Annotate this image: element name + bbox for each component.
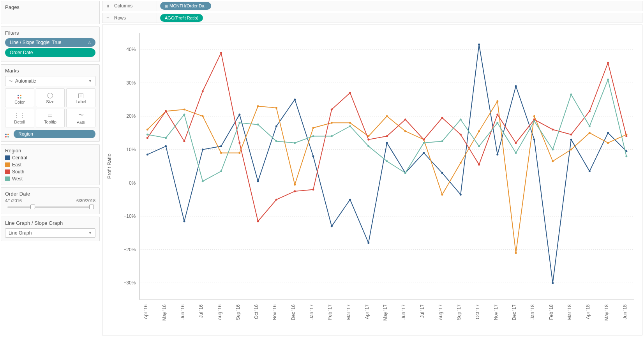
legend-item[interactable]: Central	[5, 155, 95, 161]
data-point[interactable]	[515, 142, 517, 144]
data-point[interactable]	[331, 122, 333, 124]
data-point[interactable]	[202, 115, 204, 117]
data-point[interactable]	[460, 134, 462, 136]
data-point[interactable]	[220, 152, 222, 154]
data-point[interactable]	[367, 145, 369, 147]
data-point[interactable]	[294, 183, 296, 185]
data-point[interactable]	[386, 115, 388, 117]
mark-detail-button[interactable]: ⋮⋮Detail	[5, 109, 34, 127]
legend-item[interactable]: East	[5, 162, 95, 168]
data-point[interactable]	[183, 221, 185, 222]
slider-handle-end[interactable]	[89, 205, 94, 209]
data-point[interactable]	[146, 129, 148, 131]
data-point[interactable]	[625, 155, 627, 157]
data-point[interactable]	[257, 124, 259, 125]
data-point[interactable]	[515, 252, 517, 254]
data-point[interactable]	[515, 85, 517, 87]
data-point[interactable]	[607, 79, 609, 81]
data-point[interactable]	[496, 122, 498, 124]
columns-shelf[interactable]: ⅲ Columns ⊞ MONTH(Order Da..	[102, 1, 642, 11]
data-point[interactable]	[165, 110, 167, 112]
data-point[interactable]	[386, 142, 388, 144]
data-point[interactable]	[367, 139, 369, 141]
data-point[interactable]	[552, 129, 554, 131]
filter-pill[interactable]: Line / Slope Toggle: True△	[5, 38, 95, 47]
data-point[interactable]	[570, 94, 572, 95]
data-point[interactable]	[349, 92, 351, 94]
mark-tooltip-button[interactable]: ▭Tooltip	[36, 109, 65, 127]
data-point[interactable]	[496, 100, 498, 102]
data-point[interactable]	[146, 137, 148, 139]
data-point[interactable]	[496, 114, 498, 116]
data-point[interactable]	[386, 160, 388, 162]
data-point[interactable]	[312, 135, 314, 137]
data-point[interactable]	[404, 130, 406, 132]
data-point[interactable]	[312, 155, 314, 157]
region-color-pill[interactable]: Region	[14, 130, 95, 138]
data-point[interactable]	[441, 172, 443, 174]
data-point[interactable]	[589, 170, 591, 172]
graph-toggle-select[interactable]: Line Graph ▼	[5, 228, 95, 238]
mark-color-button[interactable]: Color	[5, 88, 34, 107]
data-point[interactable]	[257, 221, 259, 222]
data-point[interactable]	[165, 145, 167, 147]
data-point[interactable]	[589, 110, 591, 112]
data-point[interactable]	[294, 190, 296, 192]
data-point[interactable]	[423, 152, 425, 154]
data-point[interactable]	[607, 62, 609, 64]
data-point[interactable]	[183, 140, 185, 142]
data-point[interactable]	[589, 132, 591, 134]
legend-item[interactable]: West	[5, 176, 95, 182]
mark-label-button[interactable]: TLabel	[66, 88, 95, 107]
data-point[interactable]	[312, 189, 314, 191]
data-point[interactable]	[589, 125, 591, 127]
data-point[interactable]	[404, 118, 406, 120]
data-point[interactable]	[331, 135, 333, 137]
data-point[interactable]	[478, 44, 480, 46]
chart-area[interactable]: −30%−20%−10%0%10%20%30%40%Apr '16May '16…	[102, 25, 642, 335]
data-point[interactable]	[275, 107, 277, 109]
mark-size-button[interactable]: ◯Size	[36, 88, 65, 107]
data-point[interactable]	[238, 122, 240, 124]
data-point[interactable]	[533, 139, 535, 141]
data-point[interactable]	[441, 117, 443, 119]
mark-type-select[interactable]: 〜 Automatic ▼	[5, 76, 95, 86]
data-point[interactable]	[257, 105, 259, 107]
data-point[interactable]	[202, 148, 204, 150]
data-point[interactable]	[441, 194, 443, 196]
data-point[interactable]	[349, 125, 351, 127]
legend-item[interactable]: South	[5, 169, 95, 175]
data-point[interactable]	[146, 154, 148, 155]
data-point[interactable]	[478, 130, 480, 132]
columns-pill[interactable]: ⊞ MONTH(Order Da..	[160, 2, 211, 10]
data-point[interactable]	[533, 115, 535, 117]
data-point[interactable]	[238, 114, 240, 116]
data-point[interactable]	[202, 90, 204, 92]
data-point[interactable]	[496, 154, 498, 155]
data-point[interactable]	[312, 127, 314, 129]
data-point[interactable]	[423, 139, 425, 141]
data-point[interactable]	[570, 148, 572, 150]
data-point[interactable]	[349, 122, 351, 124]
data-point[interactable]	[202, 180, 204, 182]
data-point[interactable]	[275, 125, 277, 127]
data-point[interactable]	[220, 52, 222, 54]
data-point[interactable]	[607, 132, 609, 134]
data-point[interactable]	[570, 134, 572, 136]
data-point[interactable]	[146, 134, 148, 136]
data-point[interactable]	[220, 145, 222, 147]
data-point[interactable]	[238, 152, 240, 154]
data-point[interactable]	[183, 114, 185, 116]
data-point[interactable]	[275, 140, 277, 142]
date-slider[interactable]	[5, 204, 95, 211]
data-point[interactable]	[441, 140, 443, 142]
data-point[interactable]	[478, 164, 480, 166]
data-point[interactable]	[386, 135, 388, 137]
data-point[interactable]	[515, 152, 517, 154]
data-point[interactable]	[165, 137, 167, 139]
mark-path-button[interactable]: 〜Path	[66, 109, 95, 127]
data-point[interactable]	[552, 160, 554, 162]
data-point[interactable]	[478, 145, 480, 147]
data-point[interactable]	[294, 142, 296, 144]
data-point[interactable]	[460, 162, 462, 164]
